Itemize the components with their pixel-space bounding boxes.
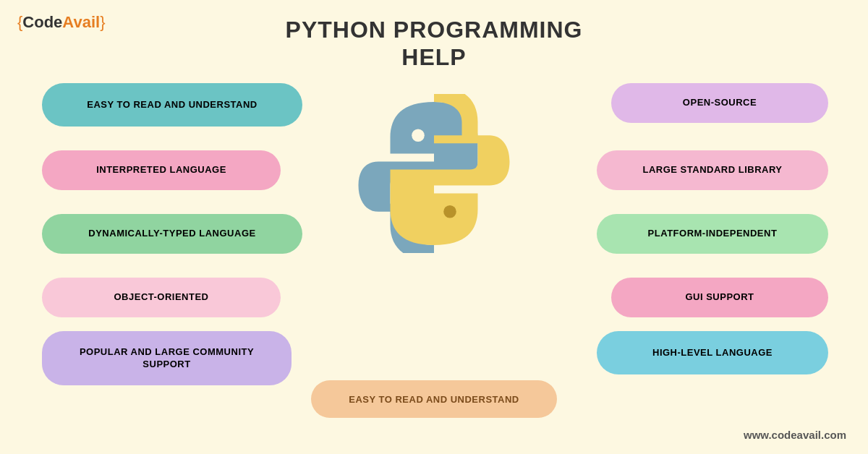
badge-platform: PLATFORM-INDEPENDENT bbox=[597, 214, 828, 254]
badge-high-level: HIGH-LEVEL LANGUAGE bbox=[597, 331, 828, 374]
bottom-center-badge: EASY TO READ AND UNDERSTAND bbox=[311, 380, 557, 418]
badge-dynamically: DYNAMICALLY-TYPED LANGUAGE bbox=[42, 214, 302, 254]
svg-point-0 bbox=[412, 129, 425, 142]
badge-oop: OBJECT-ORIENTED bbox=[42, 278, 281, 317]
svg-point-1 bbox=[443, 205, 456, 218]
badge-interpreted: INTERPRETED LANGUAGE bbox=[42, 150, 281, 190]
badge-gui: GUI SUPPORT bbox=[611, 278, 828, 317]
badge-easy-read: EASY TO READ AND UNDERSTAND bbox=[42, 83, 302, 127]
website-label: www.codeavail.com bbox=[744, 429, 846, 441]
badge-open-source: OPEN-SOURCE bbox=[611, 83, 828, 123]
page-title: PYTHON PROGRAMMING HELP bbox=[0, 16, 868, 72]
badge-standard-lib: LARGE STANDARD LIBRARY bbox=[597, 150, 828, 190]
badge-popular: POPULAR AND LARGE COMMUNITY SUPPORT bbox=[42, 331, 292, 385]
python-logo bbox=[354, 94, 514, 253]
